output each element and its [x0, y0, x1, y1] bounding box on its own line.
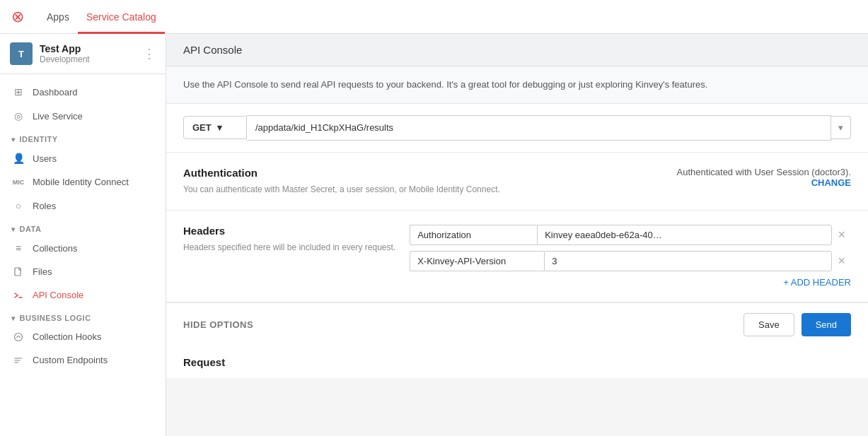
- header-key-api-version[interactable]: [410, 251, 544, 271]
- header-value-api-version[interactable]: [544, 251, 832, 271]
- collection-hooks-icon: [11, 332, 25, 342]
- page-title: API Console: [166, 34, 868, 66]
- sidebar-item-roles[interactable]: ○ Roles: [0, 194, 166, 218]
- method-dropdown-icon: ▾: [217, 122, 222, 133]
- sidebar-item-api-console[interactable]: API Console: [0, 283, 166, 307]
- url-row: GET ▾ /appdata/kid_H1CkpXHaG/results ▾: [166, 104, 868, 153]
- main-layout: T Test App Development ⋮ ⊞ Dashboard ◎ L…: [0, 34, 868, 436]
- sidebar-item-label: Collection Hooks: [33, 331, 102, 342]
- sidebar-item-users[interactable]: 👤 Users: [0, 146, 166, 170]
- sidebar-item-files[interactable]: Files: [0, 260, 166, 283]
- change-auth-button[interactable]: CHANGE: [667, 177, 851, 188]
- sidebar-item-mic[interactable]: MIC Mobile Identity Connect: [0, 170, 166, 194]
- nav-service-catalog[interactable]: Service Catalog: [78, 0, 165, 34]
- headers-section: Headers Headers specified here will be i…: [166, 211, 868, 302]
- users-icon: 👤: [11, 153, 25, 164]
- section-data: DATA: [0, 218, 166, 236]
- header-value-authorization[interactable]: [537, 225, 832, 245]
- sidebar-item-label: API Console: [33, 290, 83, 300]
- sidebar-item-label: Dashboard: [33, 87, 78, 98]
- headers-description: Headers specified here will be included …: [183, 241, 395, 254]
- sidebar-item-label: Live Service: [33, 111, 83, 122]
- top-nav: ⊗ Apps Service Catalog: [0, 0, 868, 34]
- roles-icon: ○: [11, 200, 25, 211]
- sidebar-item-label: Files: [33, 266, 52, 277]
- content-body: Use the API Console to send real API req…: [166, 66, 868, 378]
- custom-endpoints-icon: [11, 355, 25, 365]
- api-console-icon: [11, 290, 25, 300]
- sidebar-item-label: Roles: [33, 201, 56, 211]
- request-title: Request: [183, 356, 851, 368]
- auth-description: You can authenticate with Master Secret,…: [183, 183, 653, 196]
- dashboard-icon: ⊞: [11, 86, 25, 98]
- hide-options-button[interactable]: HIDE OPTIONS: [183, 319, 253, 330]
- save-button[interactable]: Save: [743, 313, 794, 336]
- url-input[interactable]: /appdata/kid_H1CkpXHaG/results: [247, 115, 831, 141]
- auth-title: Authentication: [183, 167, 653, 179]
- nav-apps[interactable]: Apps: [38, 0, 78, 34]
- request-section: Request: [166, 346, 868, 378]
- sidebar-item-label: Custom Endpoints: [33, 355, 108, 365]
- sidebar-item-label: Mobile Identity Connect: [33, 177, 129, 187]
- app-env: Development: [40, 54, 143, 64]
- description-text: Use the API Console to send real API req…: [183, 79, 707, 90]
- app-name: Test App: [40, 43, 143, 54]
- headers-title: Headers: [183, 225, 395, 237]
- method-label: GET: [192, 122, 212, 133]
- remove-header-2-button[interactable]: ×: [832, 254, 851, 267]
- mic-icon: MIC: [11, 179, 25, 186]
- sidebar-item-dashboard[interactable]: ⊞ Dashboard: [0, 80, 166, 104]
- section-identity: IDENTITY: [0, 128, 166, 146]
- sidebar-nav: ⊞ Dashboard ◎ Live Service IDENTITY 👤 Us…: [0, 74, 166, 377]
- sidebar-item-collections[interactable]: ≡ Collections: [0, 236, 166, 260]
- svg-rect-0: [15, 268, 21, 276]
- url-expand-button[interactable]: ▾: [831, 116, 851, 139]
- sidebar-app-header: T Test App Development ⋮: [0, 34, 166, 74]
- sidebar-item-collection-hooks[interactable]: Collection Hooks: [0, 325, 166, 348]
- header-row-1: ×: [410, 225, 851, 245]
- sidebar-item-custom-endpoints[interactable]: Custom Endpoints: [0, 348, 166, 372]
- sidebar: T Test App Development ⋮ ⊞ Dashboard ◎ L…: [0, 34, 166, 436]
- send-button[interactable]: Send: [802, 313, 851, 336]
- svg-point-1: [15, 333, 23, 341]
- auth-status: Authenticated with User Session (doctor3…: [667, 167, 851, 177]
- live-service-icon: ◎: [11, 110, 25, 122]
- app-logo[interactable]: ⊗: [11, 8, 24, 26]
- app-menu-icon[interactable]: ⋮: [143, 46, 156, 61]
- avatar: T: [10, 42, 33, 65]
- files-icon: [11, 267, 25, 277]
- method-select[interactable]: GET ▾: [183, 116, 247, 139]
- collections-icon: ≡: [11, 242, 25, 254]
- header-row-2: ×: [410, 251, 851, 271]
- sidebar-item-live-service[interactable]: ◎ Live Service: [0, 104, 166, 128]
- authentication-section: Authentication You can authenticate with…: [166, 153, 868, 211]
- sidebar-item-label: Collections: [33, 243, 78, 254]
- url-text: /appdata/kid_H1CkpXHaG/results: [255, 122, 393, 133]
- remove-header-1-button[interactable]: ×: [832, 228, 851, 241]
- bottom-bar: HIDE OPTIONS Save Send: [166, 302, 868, 346]
- section-business-logic: BUSINESS LOGIC: [0, 307, 166, 325]
- header-key-authorization[interactable]: [410, 225, 537, 245]
- description-bar: Use the API Console to send real API req…: [166, 66, 868, 104]
- add-header-button[interactable]: + ADD HEADER: [410, 277, 851, 288]
- expand-icon: ▾: [838, 122, 843, 133]
- sidebar-item-label: Users: [33, 153, 57, 164]
- main-content: API Console Use the API Console to send …: [166, 34, 868, 436]
